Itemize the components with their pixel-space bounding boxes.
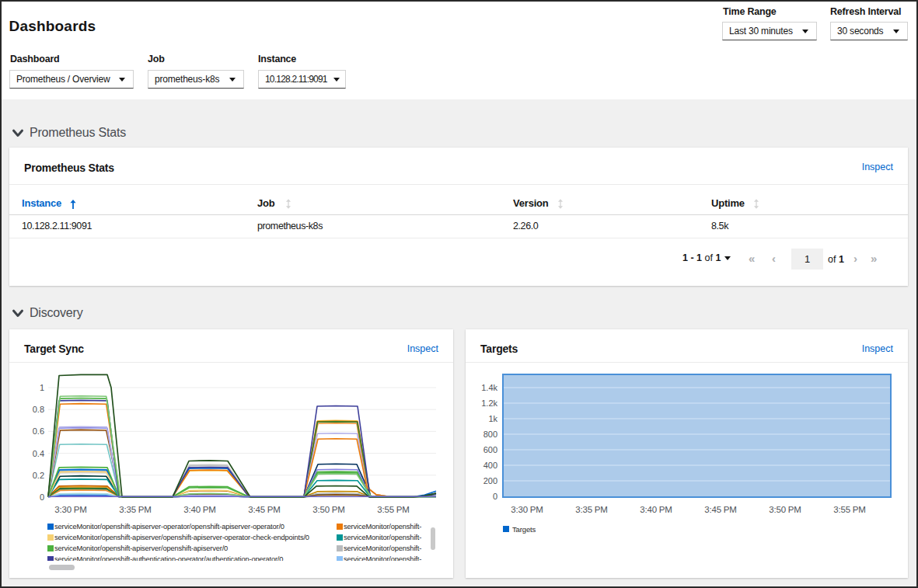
svg-text:3:45 PM: 3:45 PM: [704, 505, 736, 514]
svg-text:3:45 PM: 3:45 PM: [248, 505, 280, 514]
svg-text:1.4k: 1.4k: [481, 383, 497, 392]
svg-text:800: 800: [483, 430, 497, 439]
svg-text:400: 400: [483, 461, 497, 470]
svg-text:3:30 PM: 3:30 PM: [54, 505, 86, 514]
svg-text:3:50 PM: 3:50 PM: [769, 505, 801, 514]
svg-text:600: 600: [483, 445, 497, 454]
svg-text:3:55 PM: 3:55 PM: [377, 505, 409, 514]
svg-text:3:40 PM: 3:40 PM: [640, 505, 672, 514]
svg-text:3:55 PM: 3:55 PM: [833, 505, 865, 514]
svg-text:200: 200: [483, 476, 497, 485]
svg-text:0: 0: [493, 492, 497, 501]
svg-text:1: 1: [40, 383, 44, 392]
svg-text:1.2k: 1.2k: [481, 398, 497, 408]
svg-text:0.8: 0.8: [33, 405, 44, 414]
svg-text:3:30 PM: 3:30 PM: [511, 505, 543, 514]
svg-text:0.2: 0.2: [33, 471, 44, 480]
svg-text:3:40 PM: 3:40 PM: [183, 505, 215, 514]
svg-text:0: 0: [40, 492, 44, 502]
svg-text:3:35 PM: 3:35 PM: [119, 505, 151, 514]
svg-text:1k: 1k: [488, 414, 497, 423]
svg-text:0.4: 0.4: [33, 449, 44, 458]
svg-text:3:35 PM: 3:35 PM: [575, 505, 607, 514]
svg-text:3:50 PM: 3:50 PM: [312, 505, 344, 514]
svg-text:0.6: 0.6: [33, 426, 44, 436]
